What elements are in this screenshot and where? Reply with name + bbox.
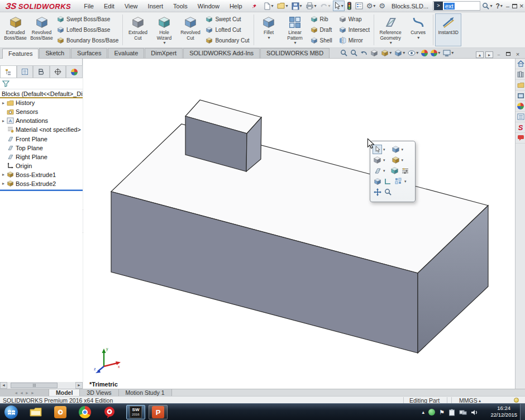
pane-right-toggle-button[interactable]: ▸ [485, 51, 493, 58]
taskbar-chat-app-button[interactable] [103, 405, 116, 419]
shortcut-extruded-boss-button[interactable] [391, 145, 400, 154]
tag-status-icon[interactable] [514, 398, 519, 403]
scroll-right-icon[interactable]: ► [75, 382, 83, 389]
tree-item-right-plane[interactable]: Right Plane [0, 152, 83, 161]
apply-scene-button[interactable]: ▾ [431, 50, 440, 56]
taskbar-powerpoint-button[interactable]: P [149, 405, 168, 419]
shortcut-revolved-boss-button[interactable] [391, 155, 400, 165]
taskbar-solidworks-button[interactable]: SW 2016 [126, 405, 145, 419]
featuremanager-tab[interactable] [0, 65, 17, 78]
wrap-button[interactable]: Wrap [337, 14, 372, 25]
shortcut-fillet-button[interactable] [390, 166, 399, 175]
taskpane-file-explorer-button[interactable] [516, 80, 525, 90]
start-button[interactable] [4, 405, 18, 419]
graphics-viewport[interactable]: y x z *Trimetric ▾ ▾ ▾ ▾ [83, 59, 515, 389]
print-button[interactable]: ▾ [304, 1, 318, 11]
tab-3d-views[interactable]: 3D Views [80, 389, 118, 396]
shortcut-options-button[interactable] [400, 166, 410, 175]
tab-scroll-buttons[interactable]: ◄ ◄ ► ► [0, 389, 49, 396]
swept-cut-button[interactable]: Swept Cut [203, 14, 251, 25]
intersect-button[interactable]: Intersect [337, 25, 372, 35]
tab-sketch[interactable]: Sketch [39, 48, 70, 58]
tab-solidworks-add-ins[interactable]: SOLIDWORKS Add-Ins [183, 48, 260, 58]
taskpane-forum-button[interactable]: S [516, 122, 525, 133]
hidden-icons-button[interactable]: ▴ [422, 409, 425, 415]
fillet-button[interactable]: Fillet ▾ [256, 13, 282, 46]
taskbar-media-player-button[interactable] [54, 405, 67, 419]
shortcut-hole-wizard-button[interactable] [373, 176, 382, 186]
revolved-cut-button[interactable]: Revolved Cut [177, 13, 203, 46]
tab-dimxpert[interactable]: DimXpert [145, 48, 183, 58]
scroll-left-icon[interactable]: ◄ [0, 382, 7, 389]
tray-green-app-icon[interactable] [428, 409, 435, 416]
shortcut-move-button[interactable] [373, 187, 382, 197]
extruded-boss-base-button[interactable]: Extruded Boss/Base [2, 13, 28, 46]
tree-item-front-plane[interactable]: Front Plane [0, 134, 83, 143]
tree-item-top-plane[interactable]: Top Plane [0, 144, 83, 152]
scrollbar-thumb[interactable] [11, 383, 58, 388]
close-button[interactable]: × [518, 1, 525, 11]
configurationmanager-tab[interactable] [33, 65, 50, 78]
shortcut-magnify-button[interactable] [383, 187, 393, 197]
doc-close-button[interactable]: × [514, 51, 522, 58]
taskpane-appearances-button[interactable] [516, 101, 525, 112]
lofted-cut-button[interactable]: Lofted Cut [203, 25, 251, 35]
search-button[interactable]: ▾ [481, 1, 493, 11]
new-document-button[interactable]: ▾ [262, 1, 275, 11]
tree-item-material[interactable]: Material <not specified> [0, 125, 83, 134]
tree-item-annotations[interactable]: ▸ A Annotations [0, 116, 83, 125]
shell-button[interactable]: Shell [308, 35, 335, 46]
section-view-button[interactable] [370, 49, 378, 57]
zoom-fit-button[interactable] [340, 49, 347, 56]
edit-appearance-button[interactable] [421, 50, 428, 56]
previous-view-button[interactable] [360, 50, 367, 56]
show-desktop-button[interactable] [520, 404, 525, 420]
taskpane-home-button[interactable] [516, 59, 525, 69]
mirror-button[interactable]: Mirror [337, 35, 372, 46]
tree-horizontal-scrollbar[interactable]: ◄ ► [0, 382, 83, 389]
taskbar-clock[interactable]: 16:24 22/12/2015 [490, 405, 517, 418]
help-button[interactable]: ? ▾ [494, 1, 503, 11]
displaymanager-tab[interactable] [66, 65, 83, 78]
doc-minimize-button[interactable]: – [495, 51, 503, 58]
draft-button[interactable]: Draft [308, 25, 335, 35]
menu-edit[interactable]: Edit [99, 1, 120, 11]
select-tool-button[interactable]: ▾ [333, 1, 345, 11]
save-button[interactable]: ▾ [290, 1, 303, 11]
network-icon[interactable] [459, 409, 467, 416]
tab-surfaces[interactable]: Surfaces [71, 48, 107, 58]
zoom-to-area-button[interactable] [350, 49, 357, 56]
tab-features[interactable]: Features [2, 49, 39, 59]
reference-geometry-button[interactable]: Reference Geometry ▾ [376, 13, 405, 46]
tree-item-sensors[interactable]: Sensors [0, 107, 83, 116]
rollback-bar[interactable] [0, 189, 83, 191]
boundary-cut-button[interactable]: Boundary Cut [203, 35, 251, 46]
taskpane-custom-properties-button[interactable] [516, 112, 525, 122]
swept-boss-base-button[interactable]: Swept Boss/Base [55, 14, 121, 25]
file-properties-button[interactable] [354, 1, 364, 11]
extruded-cut-button[interactable]: Extruded Cut [125, 13, 151, 46]
menu-insert[interactable]: Insert [143, 1, 169, 11]
tab-solidworks-mbd[interactable]: SOLIDWORKS MBD [260, 48, 330, 58]
command-search-box[interactable]: > ext [433, 1, 480, 11]
rebuild-button[interactable] [346, 1, 353, 11]
dimxpertmanager-tab[interactable] [50, 65, 66, 78]
tab-nav-right-icon[interactable]: ► [31, 391, 35, 395]
hide-show-items-button[interactable]: ▾ [408, 50, 418, 56]
search-input[interactable]: ext [444, 3, 455, 9]
options-button[interactable]: ⚙ ▾ [365, 1, 377, 11]
rib-button[interactable]: Rib [308, 14, 335, 25]
menu-pin-icon[interactable] [252, 2, 257, 11]
filter-funnel-icon[interactable] [2, 80, 9, 87]
shortcut-sketch-button[interactable] [383, 176, 393, 186]
hole-wizard-button[interactable]: Hole Wizard ▾ [151, 13, 177, 46]
units-caret-icon[interactable]: ▴ [479, 399, 481, 403]
model-3d[interactable] [83, 59, 515, 389]
taskpane-design-library-button[interactable] [516, 69, 525, 80]
taskpane-feedback-button[interactable] [516, 133, 525, 144]
taskbar-chrome-button[interactable] [78, 405, 92, 419]
tab-motion-study-1[interactable]: Motion Study 1 [119, 389, 172, 396]
taskbar-explorer-button[interactable] [29, 405, 42, 419]
open-button[interactable]: ▾ [276, 1, 289, 11]
display-style-button[interactable]: ▾ [394, 49, 405, 57]
